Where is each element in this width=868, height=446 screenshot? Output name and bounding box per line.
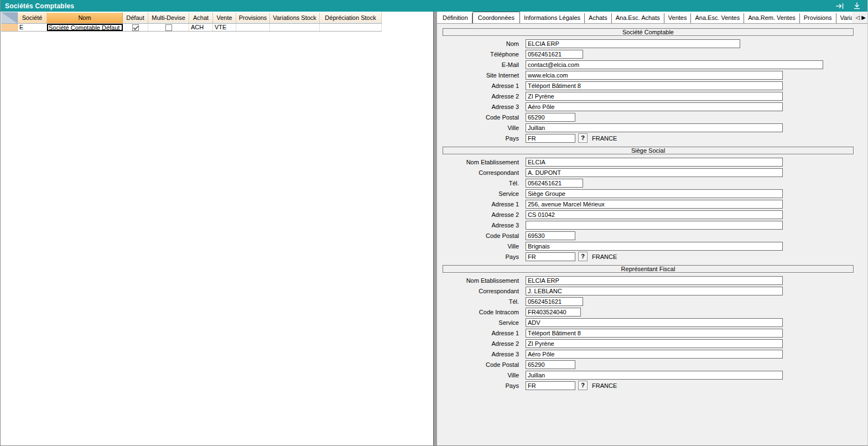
societe-comptable-ville-input[interactable] — [526, 123, 783, 132]
siege-social-adresse-1-input[interactable] — [526, 200, 783, 209]
tab-ana-esc-achats[interactable]: Ana.Esc. Achats — [612, 13, 664, 23]
column-header-societe[interactable]: Société — [18, 12, 47, 23]
app-window: Sociétés Comptables SociétéNomDéfautMult… — [0, 0, 868, 446]
adresse-3-label: Adresse 3 — [437, 222, 526, 229]
societe-comptable-site-internet-input[interactable] — [526, 71, 783, 80]
siege-social-pays-lookup-button[interactable]: ? — [578, 252, 588, 261]
cell-vente[interactable]: VTE — [213, 24, 236, 31]
societe-comptable-telephone-input[interactable] — [526, 50, 583, 59]
siege-social-tel-input[interactable] — [526, 179, 583, 188]
column-header-variations-stock[interactable]: Variations Stock — [270, 12, 320, 23]
pays-label: Pays — [437, 135, 526, 142]
checkbox-multi-devise-unchecked[interactable] — [165, 24, 172, 31]
representant-fiscal-pays-display: FRANCE — [592, 382, 617, 389]
siege-social-code-postal-input[interactable] — [526, 231, 575, 240]
cell-multi-devise[interactable] — [148, 24, 189, 31]
tab-scroll-right-icon[interactable]: ▶ — [861, 15, 866, 20]
adresse-2-label: Adresse 2 — [437, 93, 526, 100]
adresse-2-label: Adresse 2 — [437, 211, 526, 218]
correspondant-label: Correspondant — [437, 288, 526, 294]
ville-label: Ville — [437, 243, 526, 250]
select-all-corner[interactable] — [1, 12, 18, 23]
coordonnees-form: Société ComptableNomTéléphoneE-MailSite … — [437, 24, 867, 445]
grid-header-row: SociétéNomDéfautMulti-DeviseAchatVentePr… — [1, 12, 382, 24]
column-header-depreciation-stock[interactable]: Dépréciation Stock — [320, 12, 382, 23]
societe-comptable-pays-input[interactable] — [526, 134, 575, 143]
societe-comptable-pays-lookup-button[interactable]: ? — [578, 133, 588, 143]
service-label: Service — [437, 190, 526, 197]
cell-defaut[interactable] — [123, 24, 148, 31]
checkbox-defaut-checked[interactable] — [132, 24, 139, 31]
tab-informations-legales[interactable]: Informations Légales — [520, 13, 585, 23]
tab-ana-rem-ventes[interactable]: Ana.Rem. Ventes — [744, 13, 800, 23]
representant-fiscal-adresse-2-input[interactable] — [526, 339, 783, 348]
form-row-service: Service — [437, 188, 867, 199]
row-selector-cell[interactable] — [1, 24, 18, 31]
representant-fiscal-tel-input[interactable] — [526, 297, 583, 306]
cell-societe[interactable]: E — [18, 24, 47, 31]
form-row-site-internet: Site Internet — [437, 70, 867, 80]
tab-coordonnees[interactable]: Coordonnées — [472, 12, 520, 24]
siege-social-pays-input[interactable] — [526, 252, 575, 261]
form-row-nom: Nom — [437, 38, 867, 49]
form-row-pays: Pays?FRANCE — [437, 251, 867, 262]
siege-social-ville-input[interactable] — [526, 242, 783, 251]
tab-provisions[interactable]: Provisions — [800, 13, 836, 23]
societe-comptable-adresse-2-input[interactable] — [526, 92, 783, 101]
representant-fiscal-ville-input[interactable] — [526, 371, 783, 380]
column-header-multi-devise[interactable]: Multi-Devise — [148, 12, 189, 23]
siege-social-correspondant-input[interactable] — [526, 168, 783, 177]
siege-social-adresse-2-input[interactable] — [526, 210, 783, 219]
tab-definition[interactable]: Définition — [439, 13, 472, 23]
representant-fiscal-code-postal-input[interactable] — [526, 360, 575, 369]
download-icon[interactable] — [852, 2, 862, 10]
societe-comptable-nom-input[interactable] — [526, 39, 740, 48]
tab-ventes[interactable]: Ventes — [664, 13, 692, 23]
form-row-correspondant: Correspondant — [437, 167, 867, 178]
representant-fiscal-adresse-3-input[interactable] — [526, 350, 783, 359]
tab-scroll-left-icon[interactable]: ◁ — [856, 15, 860, 20]
cell-nom[interactable]: Société Comptable Défaut — [47, 24, 123, 31]
column-header-achat[interactable]: Achat — [189, 12, 213, 23]
form-row-adresse-2: Adresse 2 — [437, 338, 867, 349]
code-postal-label: Code Postal — [437, 232, 526, 239]
representant-fiscal-correspondant-input[interactable] — [526, 287, 783, 295]
representant-fiscal-adresse-1-input[interactable] — [526, 329, 783, 338]
societe-comptable-adresse-1-input[interactable] — [526, 81, 783, 90]
form-row-pays: Pays?FRANCE — [437, 380, 867, 391]
code-postal-label: Code Postal — [437, 361, 526, 368]
column-header-defaut[interactable]: Défaut — [123, 12, 148, 23]
siege-social-nom-etablissement-input[interactable] — [526, 158, 783, 167]
representant-fiscal-pays-input[interactable] — [526, 381, 575, 390]
representant-fiscal-pays-lookup-button[interactable]: ? — [578, 381, 588, 390]
tab-ana-esc-ventes[interactable]: Ana.Esc. Ventes — [691, 13, 744, 23]
cell-achat[interactable]: ACH — [189, 24, 213, 31]
titlebar-buttons — [835, 2, 862, 10]
column-header-provisions[interactable]: Provisions — [236, 12, 270, 23]
societe-comptable-code-postal-input[interactable] — [526, 113, 575, 122]
adresse-1-label: Adresse 1 — [437, 330, 526, 336]
main-area: SociétéNomDéfautMulti-DeviseAchatVentePr… — [1, 12, 867, 445]
column-header-nom[interactable]: Nom — [47, 12, 123, 23]
cell-variations-stock[interactable] — [270, 24, 320, 31]
siege-social-adresse-3-input[interactable] — [526, 221, 783, 230]
jump-right-icon[interactable] — [835, 2, 845, 10]
representant-fiscal-code-intracom-input[interactable] — [526, 308, 581, 317]
column-header-vente[interactable]: Vente — [213, 12, 236, 23]
form-row-code-postal: Code Postal — [437, 359, 867, 370]
tab-scroll-buttons: ◁▶ — [852, 12, 867, 24]
representant-fiscal-service-input[interactable] — [526, 318, 783, 327]
representant-fiscal-nom-etablissement-input[interactable] — [526, 276, 783, 285]
code-postal-label: Code Postal — [437, 114, 526, 121]
tab-achats[interactable]: Achats — [585, 13, 612, 23]
adresse-1-label: Adresse 1 — [437, 201, 526, 208]
societe-comptable-adresse-3-input[interactable] — [526, 102, 783, 111]
form-row-correspondant: Correspondant — [437, 286, 867, 296]
section-title-societe-comptable: Société Comptable — [443, 28, 854, 36]
siege-social-service-input[interactable] — [526, 189, 783, 198]
cell-depreciation-stock[interactable] — [320, 24, 382, 31]
tel-label: Tél. — [437, 298, 526, 305]
form-row-nom-etablissement: Nom Etablissement — [437, 157, 867, 167]
cell-provisions[interactable] — [236, 24, 270, 31]
societe-comptable-e-mail-input[interactable] — [526, 60, 823, 69]
